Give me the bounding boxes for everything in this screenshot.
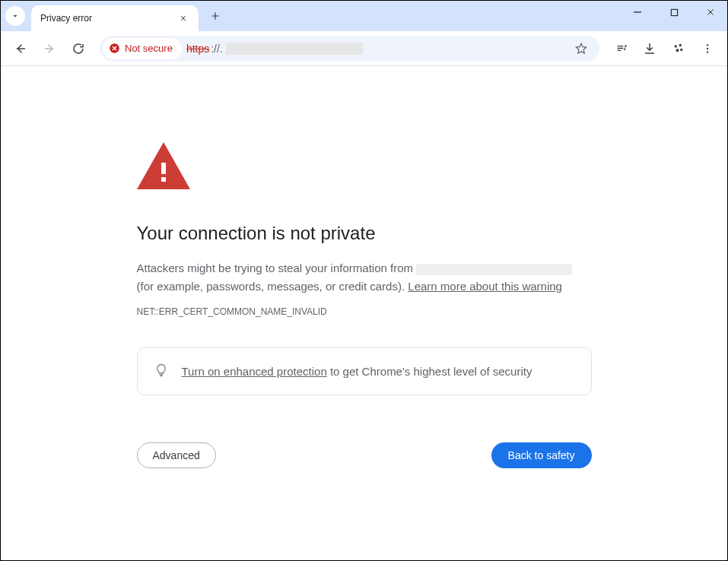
learn-more-link[interactable]: Learn more about this warning <box>408 280 562 293</box>
url-separator: ://. <box>211 43 223 55</box>
enhanced-protection-tip: Turn on enhanced protection to get Chrom… <box>137 347 592 395</box>
url-scheme: https <box>186 43 209 55</box>
arrow-right-icon <box>43 42 56 55</box>
tab-title: Privacy error <box>40 13 171 24</box>
svg-rect-0 <box>671 9 677 15</box>
error-code: NET::ERR_CERT_COMMON_NAME_INVALID <box>137 306 592 317</box>
forward-button[interactable] <box>37 36 62 61</box>
titlebar: Privacy error <box>1 1 727 31</box>
window-close-button[interactable] <box>694 1 727 24</box>
back-to-safety-button[interactable]: Back to safety <box>491 442 592 468</box>
arrow-left-icon <box>14 42 27 55</box>
puzzle-icon <box>672 42 685 55</box>
lightbulb-icon <box>154 363 168 379</box>
window-minimize-button[interactable] <box>621 1 654 24</box>
media-control-button[interactable] <box>609 36 633 61</box>
error-body: Attackers might be trying to steal your … <box>137 259 592 296</box>
not-secure-icon <box>109 43 120 54</box>
svg-point-2 <box>675 45 677 47</box>
body-before-host: Attackers might be trying to steal your … <box>137 261 417 274</box>
star-icon <box>574 42 588 55</box>
tab-search-button[interactable] <box>5 6 25 26</box>
warning-triangle <box>137 142 592 192</box>
menu-button[interactable] <box>695 36 720 61</box>
host-redacted <box>416 264 572 275</box>
download-icon <box>643 42 656 55</box>
window-controls <box>621 1 727 31</box>
extensions-button[interactable] <box>666 36 691 61</box>
svg-point-8 <box>707 51 708 52</box>
svg-rect-10 <box>161 177 166 182</box>
new-tab-button[interactable] <box>205 5 226 27</box>
reload-button[interactable] <box>66 36 91 61</box>
window-maximize-button[interactable] <box>657 1 691 24</box>
security-indicator[interactable]: Not secure <box>103 38 182 59</box>
close-icon <box>706 8 715 17</box>
downloads-button[interactable] <box>637 36 662 61</box>
bookmark-button[interactable] <box>571 38 592 59</box>
advanced-button[interactable]: Advanced <box>137 442 216 468</box>
reload-icon <box>72 42 85 55</box>
music-note-icon <box>615 42 628 55</box>
chevron-down-icon <box>11 11 20 21</box>
content-area: Your connection is not private Attackers… <box>1 66 727 560</box>
svg-rect-9 <box>161 163 166 174</box>
plus-icon <box>210 11 221 21</box>
svg-point-4 <box>676 49 679 52</box>
browser-tab[interactable]: Privacy error <box>31 5 199 31</box>
svg-point-5 <box>680 48 682 50</box>
url-text[interactable]: https ://. <box>186 43 566 55</box>
close-icon <box>180 14 187 22</box>
address-bar[interactable]: Not secure https ://. <box>100 36 599 62</box>
tab-close-button[interactable] <box>177 12 189 24</box>
toolbar: Not secure https ://. <box>1 31 727 66</box>
privacy-error-interstitial: Your connection is not private Attackers… <box>132 142 596 468</box>
svg-point-3 <box>679 43 682 46</box>
maximize-icon <box>670 8 679 17</box>
svg-point-7 <box>707 47 708 49</box>
warning-icon <box>137 142 190 189</box>
url-redacted <box>226 43 363 55</box>
enhanced-protection-link[interactable]: Turn on enhanced protection <box>182 365 327 378</box>
minimize-icon <box>633 8 642 17</box>
back-button[interactable] <box>8 36 33 61</box>
body-after-host: (for example, passwords, messages, or cr… <box>137 280 409 293</box>
action-row: Advanced Back to safety <box>137 442 592 468</box>
tip-rest: to get Chrome's highest level of securit… <box>327 365 532 378</box>
tip-text: Turn on enhanced protection to get Chrom… <box>182 365 532 378</box>
security-label: Not secure <box>125 43 173 54</box>
kebab-menu-icon <box>701 43 714 55</box>
error-headline: Your connection is not private <box>137 223 592 244</box>
svg-point-6 <box>707 44 708 46</box>
